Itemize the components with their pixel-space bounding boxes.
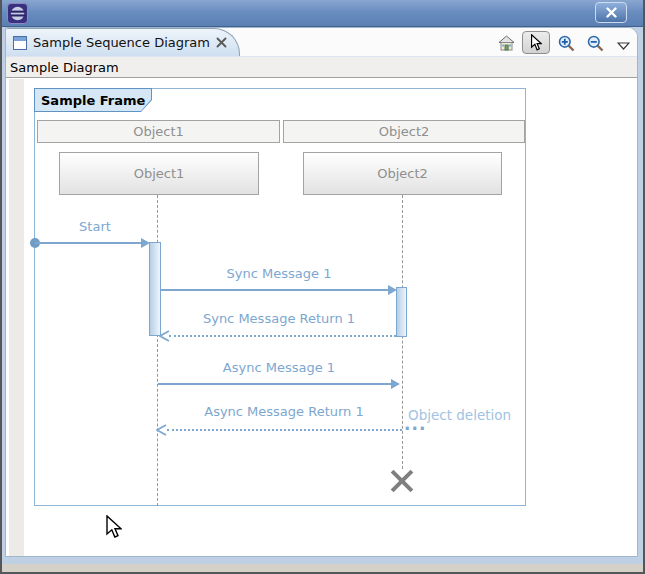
window-close-icon <box>606 7 617 18</box>
tab-close-icon[interactable] <box>216 37 227 48</box>
zoom-in-button[interactable] <box>557 34 575 52</box>
eclipse-logo-icon <box>7 3 28 24</box>
chevron-down-icon <box>617 42 630 50</box>
column-header-object1-label: Object1 <box>133 124 184 139</box>
column-header-object1[interactable]: Object1 <box>37 120 280 143</box>
activation-bar-object1[interactable] <box>149 242 161 336</box>
sync-message-return-1-label[interactable]: Sync Message Return 1 <box>169 311 389 326</box>
sync-message-return-1-line[interactable] <box>169 335 396 337</box>
home-button[interactable] <box>497 34 515 52</box>
lifeline-head-object2-label: Object2 <box>377 166 428 181</box>
canvas-left-margin <box>9 79 24 557</box>
start-message-label[interactable]: Start <box>40 219 150 234</box>
activation-bar-object2[interactable] <box>396 287 407 337</box>
sync-message-1-arrowhead <box>388 285 397 295</box>
view-menu-button[interactable] <box>614 37 632 55</box>
zoom-out-button[interactable] <box>586 34 604 52</box>
application-window: Sample Sequence Diagram <box>0 0 645 574</box>
select-tool-icon <box>530 34 542 51</box>
sync-message-return-1-arrowhead <box>159 330 171 342</box>
diagram-header: Sample Diagram <box>6 56 637 78</box>
mouse-cursor <box>105 515 122 539</box>
diagram-header-title: Sample Diagram <box>10 60 119 75</box>
sync-message-1-line[interactable] <box>161 289 389 291</box>
home-icon <box>498 35 515 51</box>
async-message-return-1-label[interactable]: Async Message Return 1 <box>169 404 399 419</box>
object-deletion-ellipsis[interactable]: ... <box>404 414 426 434</box>
editor-tab-title: Sample Sequence Diagram <box>33 35 210 50</box>
async-message-1-arrowhead <box>391 379 400 389</box>
async-message-return-1-arrowhead <box>156 424 168 436</box>
interaction-frame[interactable] <box>34 88 526 506</box>
zoom-in-icon <box>558 35 575 52</box>
start-message-line[interactable] <box>35 242 142 244</box>
window-close-button[interactable] <box>595 2 627 23</box>
column-header-object2-label: Object2 <box>379 124 430 139</box>
editor-tab-sample-sequence-diagram[interactable]: Sample Sequence Diagram <box>6 28 240 56</box>
lifeline-head-object2[interactable]: Object2 <box>303 152 502 195</box>
window-titlebar <box>0 0 645 27</box>
sync-message-1-label[interactable]: Sync Message 1 <box>179 266 379 281</box>
frame-label-pentagon[interactable]: Sample Frame <box>34 88 152 112</box>
zoom-out-icon <box>587 35 604 52</box>
select-tool-button[interactable] <box>522 31 550 54</box>
object-deletion-cross[interactable] <box>389 468 415 494</box>
lifeline-head-object1[interactable]: Object1 <box>59 152 259 195</box>
lifeline-head-object1-label: Object1 <box>134 166 185 181</box>
diagram-editor-icon <box>13 36 27 50</box>
editor-tab-row: Sample Sequence Diagram <box>6 28 637 56</box>
async-message-1-line[interactable] <box>158 383 392 385</box>
column-header-object2[interactable]: Object2 <box>283 120 525 143</box>
frame-label-text: Sample Frame <box>35 89 151 111</box>
async-message-1-label[interactable]: Async Message 1 <box>179 360 379 375</box>
async-message-return-1-line[interactable] <box>167 429 402 431</box>
